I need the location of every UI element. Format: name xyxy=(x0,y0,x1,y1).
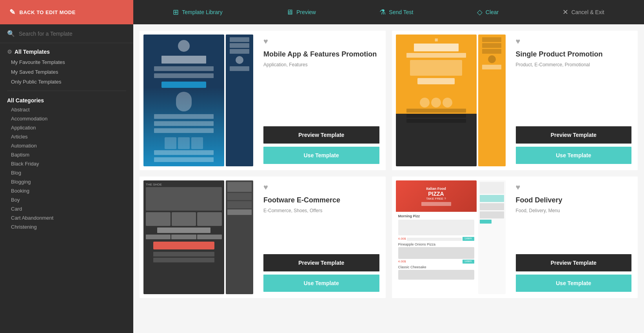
card-main-image-footware: THE SHOE xyxy=(143,180,224,294)
card-actions-product: Preview Template Use Template xyxy=(516,126,632,164)
preview-nav[interactable]: 🖥 Preview xyxy=(286,8,316,16)
public-label: Only Public Templates xyxy=(11,79,61,85)
sidebar-item-public[interactable]: Only Public Templates xyxy=(0,77,133,87)
top-nav: ✎ BACK TO EDIT MODE ⊞ Template Library 🖥… xyxy=(0,0,644,24)
card-secondary-image-mobile xyxy=(226,35,253,166)
send-test-nav[interactable]: ⚗ Send Test xyxy=(379,8,413,16)
saved-label: My Saved Templates xyxy=(11,69,58,75)
card-tags-product: Product, E-Commerce, Promotional xyxy=(516,62,632,67)
main-layout: 🔍 ⚙ All Templates My Favourite Templates… xyxy=(0,24,644,333)
favourite-heart-footware[interactable]: ♥ xyxy=(263,183,379,192)
use-btn-product[interactable]: Use Template xyxy=(516,147,632,164)
sidebar-divider xyxy=(7,91,126,91)
preview-btn-mobile[interactable]: Preview Template xyxy=(263,126,379,144)
clear-label: Clear xyxy=(486,9,499,15)
card-secondary-image-product xyxy=(478,35,506,166)
sidebar-item-saved[interactable]: My Saved Templates xyxy=(0,67,133,77)
category-list: AbstractAccommodationApplicationArticles… xyxy=(0,105,133,231)
card-title-food: Food Delivery xyxy=(516,196,632,205)
sidebar-category-item[interactable]: Blog xyxy=(0,168,133,177)
categories-title: All Categories xyxy=(0,95,133,105)
card-tags-food: Food, Delivery, Menu xyxy=(516,208,632,213)
nav-items: ⊞ Template Library 🖥 Preview ⚗ Send Test… xyxy=(133,8,644,16)
card-main-image-mobile xyxy=(143,35,224,166)
preview-btn-food[interactable]: Preview Template xyxy=(516,254,632,271)
template-card-footware: THE SHOE xyxy=(140,177,386,298)
card-title-footware: Footware E-Commerce xyxy=(263,196,379,205)
search-icon: 🔍 xyxy=(7,30,15,37)
template-card-mobile-app: ♥ Mobile App & Features Promotion Applic… xyxy=(140,31,386,170)
all-templates-label: All Templates xyxy=(15,49,50,55)
preview-btn-footware[interactable]: Preview Template xyxy=(263,254,379,271)
card-secondary-image-food xyxy=(478,180,506,294)
sidebar-category-item[interactable]: Accommodation xyxy=(0,114,133,123)
clear-nav[interactable]: ◇ Clear xyxy=(477,8,499,16)
send-test-icon: ⚗ xyxy=(379,8,386,16)
sidebar-category-item[interactable]: Cart Abandonment xyxy=(0,213,133,222)
template-card-food: Italian Food PIZZA TAKE FREE ? Morning P… xyxy=(392,177,638,298)
sidebar-category-item[interactable]: Articles xyxy=(0,132,133,141)
sidebar-category-item[interactable]: Christening xyxy=(0,222,133,231)
sidebar-item-all-templates[interactable]: ⚙ All Templates xyxy=(0,46,133,57)
card-images-food: Italian Food PIZZA TAKE FREE ? Morning P… xyxy=(392,177,510,298)
use-btn-food[interactable]: Use Template xyxy=(516,275,632,292)
card-details-mobile: ♥ Mobile App & Features Promotion Applic… xyxy=(257,31,386,170)
filter-icon: ⚙ xyxy=(7,49,12,55)
card-actions-footware: Preview Template Use Template xyxy=(263,254,379,292)
sidebar-category-item[interactable]: Black Friday xyxy=(0,159,133,168)
preview-label: Preview xyxy=(296,9,316,15)
use-btn-footware[interactable]: Use Template xyxy=(263,275,379,292)
favourite-heart-food[interactable]: ♥ xyxy=(516,183,632,192)
search-box: 🔍 xyxy=(0,24,133,43)
content-area: ♥ Mobile App & Features Promotion Applic… xyxy=(133,24,644,333)
card-details-product: ♥ Single Product Promotion Product, E-Co… xyxy=(510,31,638,170)
sidebar-category-item[interactable]: Abstract xyxy=(0,105,133,114)
favourite-heart-mobile[interactable]: ♥ xyxy=(263,37,379,46)
send-test-label: Send Test xyxy=(389,9,413,15)
card-images-product: ⊞ xyxy=(392,31,510,170)
sidebar-category-item[interactable]: Baptism xyxy=(0,150,133,159)
clear-icon: ◇ xyxy=(477,8,483,16)
preview-btn-product[interactable]: Preview Template xyxy=(516,126,632,144)
cancel-icon: ✕ xyxy=(562,8,568,16)
sidebar-category-item[interactable]: Boy xyxy=(0,195,133,204)
card-details-food: ♥ Food Delivery Food, Delivery, Menu Pre… xyxy=(510,177,638,298)
card-tags-footware: E-Commerce, Shoes, Offers xyxy=(263,208,379,213)
back-icon: ✎ xyxy=(9,8,16,16)
card-title-mobile: Mobile App & Features Promotion xyxy=(263,50,379,59)
back-to-edit-button[interactable]: ✎ BACK TO EDIT MODE xyxy=(0,0,133,24)
card-images-mobile xyxy=(140,31,257,170)
back-label: BACK TO EDIT MODE xyxy=(20,9,76,15)
template-card-product: ⊞ xyxy=(392,31,638,170)
cancel-exit-nav[interactable]: ✕ Cancel & Exit xyxy=(562,8,604,16)
card-tags-mobile: Application, Features xyxy=(263,62,379,67)
card-secondary-image-footware xyxy=(226,180,253,294)
sidebar-category-item[interactable]: Blogging xyxy=(0,177,133,186)
sidebar-category-item[interactable]: Automation xyxy=(0,141,133,150)
card-title-product: Single Product Promotion xyxy=(516,50,632,59)
card-actions-food: Preview Template Use Template xyxy=(516,254,632,292)
search-input[interactable] xyxy=(19,31,126,37)
template-library-nav[interactable]: ⊞ Template Library xyxy=(173,8,223,16)
card-main-image-food: Italian Food PIZZA TAKE FREE ? Morning P… xyxy=(396,180,477,294)
favourite-heart-product[interactable]: ♥ xyxy=(516,37,632,46)
sidebar-category-item[interactable]: Booking xyxy=(0,186,133,195)
sidebar: 🔍 ⚙ All Templates My Favourite Templates… xyxy=(0,24,133,333)
preview-icon: 🖥 xyxy=(286,8,293,16)
template-library-label: Template Library xyxy=(182,9,223,15)
sidebar-item-favourites[interactable]: My Favourite Templates xyxy=(0,57,133,67)
template-library-icon: ⊞ xyxy=(173,8,179,16)
card-images-footware: THE SHOE xyxy=(140,177,257,298)
card-main-image-product: ⊞ xyxy=(396,35,477,166)
cancel-label: Cancel & Exit xyxy=(571,9,604,15)
sidebar-category-item[interactable]: Card xyxy=(0,204,133,213)
card-details-footware: ♥ Footware E-Commerce E-Commerce, Shoes,… xyxy=(257,177,386,298)
card-actions-mobile: Preview Template Use Template xyxy=(263,126,379,164)
use-btn-mobile[interactable]: Use Template xyxy=(263,147,379,164)
favourites-label: My Favourite Templates xyxy=(11,59,65,65)
sidebar-category-item[interactable]: Application xyxy=(0,123,133,132)
